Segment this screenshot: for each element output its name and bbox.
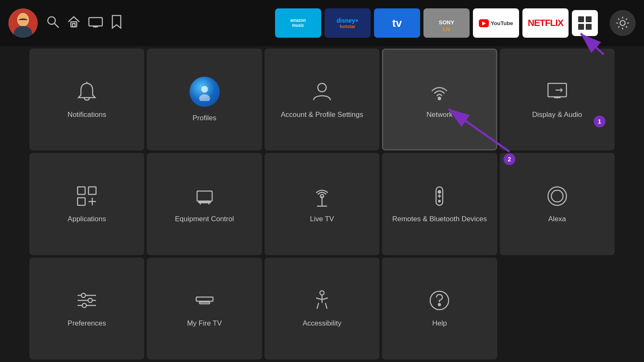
accessibility-icon: [310, 289, 334, 312]
profiles-avatar-icon: [190, 77, 220, 107]
svg-rect-30: [78, 198, 85, 205]
grid-item-profiles[interactable]: Profiles: [147, 49, 262, 150]
svg-point-52: [88, 298, 92, 303]
help-icon: [428, 289, 451, 312]
wifi-icon: [428, 80, 451, 103]
grid-item-network[interactable]: Network: [382, 49, 497, 150]
svg-text:LIV: LIV: [443, 27, 450, 32]
grid-item-alexa[interactable]: Alexa: [500, 153, 615, 255]
svg-rect-15: [578, 24, 584, 30]
alexa-label: Alexa: [548, 215, 566, 224]
grid-item-display-audio[interactable]: Display & Audio: [500, 49, 615, 150]
svg-rect-28: [78, 187, 85, 194]
tv-icon[interactable]: [88, 15, 103, 31]
help-label: Help: [432, 319, 447, 328]
settings-grid: Notifications Profiles Account & Profile…: [0, 46, 644, 362]
svg-point-47: [551, 190, 563, 202]
accessibility-label: Accessibility: [303, 319, 342, 328]
remotes-bluetooth-label: Remotes & Bluetooth Devices: [392, 215, 487, 224]
remote-icon: [428, 184, 451, 208]
svg-rect-6: [71, 22, 77, 27]
grid-item-account-profile[interactable]: Account & Profile Settings: [265, 49, 379, 150]
live-tv-label: Live TV: [310, 215, 334, 224]
svg-rect-16: [586, 24, 592, 30]
app-shortcuts: amazon music disney+ hotstar tv SONY LIV: [275, 8, 598, 38]
home-icon[interactable]: [67, 15, 80, 31]
svg-line-5: [55, 23, 59, 28]
app-jiotv[interactable]: tv: [374, 8, 420, 38]
svg-rect-7: [73, 23, 75, 27]
sliders-icon: [75, 289, 99, 312]
svg-point-4: [48, 17, 55, 24]
svg-point-23: [438, 97, 441, 100]
network-label: Network: [426, 110, 452, 119]
apps-icon: [75, 184, 99, 208]
equipment-icon: [193, 184, 216, 208]
fire-tv-icon: [193, 289, 216, 312]
svg-point-45: [439, 200, 440, 202]
svg-point-22: [318, 83, 326, 92]
display-audio-label: Display & Audio: [532, 110, 582, 119]
svg-rect-29: [88, 187, 96, 194]
grid-item-preferences[interactable]: Preferences: [29, 258, 144, 359]
svg-point-53: [82, 303, 86, 308]
grid-item-accessibility[interactable]: Accessibility: [265, 258, 379, 359]
svg-rect-54: [196, 297, 213, 301]
svg-rect-14: [586, 16, 592, 22]
svg-point-42: [438, 191, 441, 193]
profiles-label: Profiles: [192, 114, 216, 123]
bookmark-icon[interactable]: [111, 15, 122, 32]
app-netflix[interactable]: NETFLIX: [522, 8, 569, 38]
user-avatar[interactable]: [8, 8, 38, 38]
top-navigation: amazon music disney+ hotstar tv SONY LIV: [0, 0, 644, 46]
svg-rect-33: [197, 191, 212, 201]
antenna-icon: [310, 184, 334, 208]
nav-icons: [46, 15, 122, 32]
svg-point-51: [81, 293, 86, 297]
app-amazon-music[interactable]: amazon music: [275, 8, 321, 38]
grid-item-live-tv[interactable]: Live TV: [265, 153, 379, 255]
grid-item-applications[interactable]: Applications: [29, 153, 144, 255]
svg-text:SONY: SONY: [439, 19, 454, 26]
grid-item-my-fire-tv[interactable]: My Fire TV: [147, 258, 262, 359]
my-fire-tv-label: My Fire TV: [187, 319, 222, 328]
app-youtube[interactable]: ▶ YouTube: [473, 8, 519, 38]
app-grid-button[interactable]: [572, 10, 598, 36]
grid-item-equipment-control[interactable]: Equipment Control: [147, 153, 262, 255]
svg-rect-8: [89, 18, 102, 26]
svg-point-17: [620, 21, 625, 26]
svg-rect-55: [200, 302, 210, 304]
bell-icon: [75, 80, 99, 103]
notifications-label: Notifications: [68, 110, 106, 119]
person-icon: [310, 80, 334, 103]
account-profile-label: Account & Profile Settings: [281, 110, 364, 119]
search-icon[interactable]: [46, 15, 60, 31]
app-disney-hotstar[interactable]: disney+ hotstar: [325, 8, 371, 38]
svg-rect-13: [578, 16, 584, 22]
grid-item-remotes-bluetooth[interactable]: Remotes & Bluetooth Devices: [382, 153, 497, 255]
applications-label: Applications: [68, 215, 106, 224]
alexa-icon: [545, 184, 569, 208]
settings-button[interactable]: [610, 10, 636, 36]
grid-item-help[interactable]: Help: [382, 258, 497, 359]
svg-point-56: [320, 291, 324, 295]
svg-point-59: [439, 304, 441, 306]
preferences-label: Preferences: [68, 319, 106, 328]
equipment-control-label: Equipment Control: [175, 215, 234, 224]
grid-item-notifications[interactable]: Notifications: [29, 49, 144, 150]
svg-point-20: [201, 86, 208, 93]
monitor-icon: [545, 80, 569, 103]
app-sony-liv[interactable]: SONY LIV: [423, 8, 470, 38]
